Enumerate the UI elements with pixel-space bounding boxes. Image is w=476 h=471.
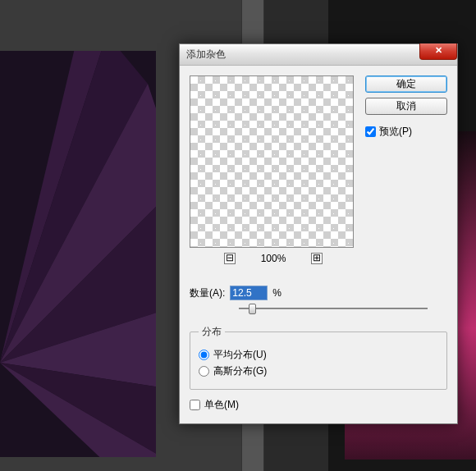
distribution-option-gaussian[interactable]: 高斯分布(G) [199, 364, 438, 378]
amount-slider[interactable] [239, 302, 428, 315]
dialog-body: ⊟ 100% ⊞ 确定 取消 预览(P) 数量(A): % [180, 66, 457, 423]
amount-label: 数量(A): [190, 286, 225, 300]
amount-unit: % [272, 287, 281, 299]
preview-label: 预览(P) [379, 125, 412, 139]
slider-thumb[interactable] [249, 304, 256, 314]
dialog-title: 添加杂色 [186, 48, 226, 62]
add-noise-dialog: 添加杂色 ✕ ⊟ 100% ⊞ 确定 取消 预览(P) [179, 43, 458, 424]
uniform-radio[interactable] [199, 350, 209, 360]
amount-input[interactable] [230, 286, 268, 300]
gaussian-radio[interactable] [199, 366, 209, 377]
ok-button[interactable]: 确定 [365, 75, 447, 93]
preview-checkbox[interactable] [365, 126, 376, 137]
zoom-value: 100% [257, 253, 290, 264]
distribution-fieldset: 分布 平均分布(U) 高斯分布(G) [190, 325, 447, 390]
monochrome-label: 单色(M) [204, 398, 239, 412]
monochrome-checkbox[interactable] [190, 400, 200, 410]
uniform-label: 平均分布(U) [213, 348, 267, 362]
artwork-shape [0, 51, 156, 457]
amount-row: 数量(A): % [190, 286, 447, 300]
distribution-legend: 分布 [199, 325, 225, 339]
close-button[interactable]: ✕ [419, 43, 457, 60]
preview-checkbox-row[interactable]: 预览(P) [365, 125, 447, 139]
zoom-in-button[interactable]: ⊞ [311, 253, 323, 264]
slider-track [239, 308, 428, 309]
zoom-controls: ⊟ 100% ⊞ [190, 253, 357, 264]
zoom-out-button[interactable]: ⊟ [224, 253, 236, 264]
preview-image[interactable] [190, 75, 354, 248]
dialog-titlebar[interactable]: 添加杂色 ✕ [180, 44, 457, 66]
canvas [0, 51, 156, 457]
gaussian-label: 高斯分布(G) [213, 364, 267, 378]
monochrome-row[interactable]: 单色(M) [190, 398, 447, 412]
cancel-button[interactable]: 取消 [365, 98, 447, 115]
distribution-option-uniform[interactable]: 平均分布(U) [199, 348, 438, 362]
